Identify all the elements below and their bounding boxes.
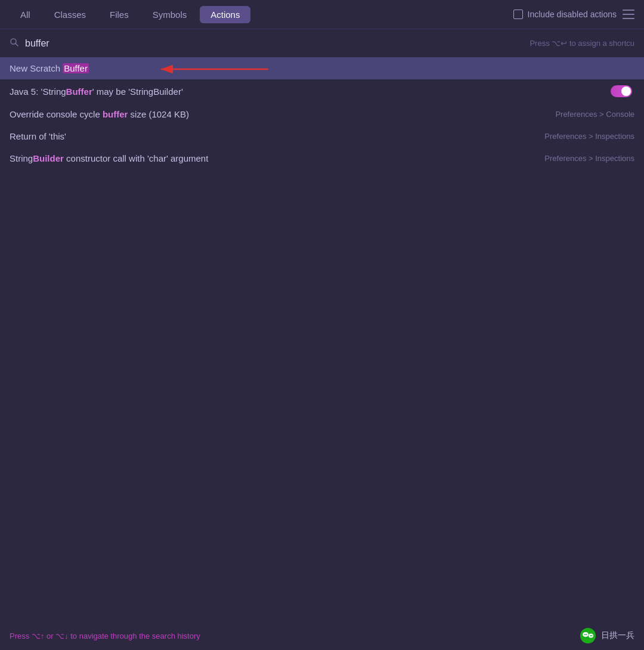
tab-files[interactable]: Files [99, 6, 140, 23]
wechat-icon [580, 627, 596, 644]
search-input[interactable] [25, 38, 530, 49]
svg-point-8 [586, 634, 587, 635]
result-item-4[interactable]: Return of 'this' Preferences > Inspectio… [0, 125, 644, 147]
search-icon [10, 38, 19, 49]
result-item-2[interactable]: Java 5: 'StringBuffer' may be 'StringBui… [0, 79, 644, 103]
tab-classes[interactable]: Classes [44, 6, 97, 23]
include-disabled-text: Include disabled actions [528, 10, 617, 19]
results-list: New Scratch Buffer Java 5: 'StringBuffer… [0, 57, 644, 169]
empty-area [0, 169, 644, 626]
tab-actions[interactable]: Actions [200, 6, 250, 23]
toolbar-icon-line-2 [623, 14, 634, 15]
nav-hint: Press ⌥↑ or ⌥↓ to navigate through the s… [10, 632, 200, 640]
svg-point-7 [584, 634, 586, 635]
include-disabled-label[interactable]: Include disabled actions [513, 10, 617, 19]
bottom-bar: Press ⌥↑ or ⌥↓ to navigate through the s… [0, 621, 644, 650]
svg-line-1 [16, 44, 18, 46]
tab-symbols[interactable]: Symbols [142, 6, 198, 23]
svg-point-9 [590, 635, 592, 636]
watermark: 日拱一兵 [580, 627, 634, 644]
tabs-bar: All Classes Files Symbols Actions Includ… [0, 0, 644, 29]
result-match-3: buffer [103, 109, 128, 119]
tab-all[interactable]: All [10, 6, 41, 23]
result-item-5[interactable]: StringBuilder constructor call with 'cha… [0, 147, 644, 169]
result-label-1: New Scratch Buffer [10, 63, 634, 73]
svg-point-10 [592, 635, 593, 636]
result-match-2: Buffer [66, 86, 92, 97]
toolbar-icon-line-1 [623, 10, 634, 11]
shortcut-hint: Press ⌥↩ to assign a shortcu [530, 39, 634, 48]
result-match-5: Builder [33, 153, 64, 163]
tabs-right-controls: Include disabled actions [513, 10, 634, 19]
result-highlight-1: Buffer [63, 63, 89, 73]
result-meta-3: Preferences > Console [555, 110, 634, 119]
result-label-5: StringBuilder constructor call with 'cha… [10, 153, 544, 163]
include-disabled-checkbox[interactable] [513, 10, 523, 19]
result-item-1[interactable]: New Scratch Buffer [0, 57, 644, 79]
result-label-4: Return of 'this' [10, 131, 544, 141]
watermark-text: 日拱一兵 [601, 630, 634, 641]
toolbar-layout-icon[interactable] [623, 10, 634, 19]
result-label-2: Java 5: 'StringBuffer' may be 'StringBui… [10, 86, 611, 97]
result-meta-5: Preferences > Inspections [544, 154, 634, 163]
result-label-3: Override console cycle buffer size (1024… [10, 109, 555, 119]
toggle-switch-2[interactable] [611, 85, 632, 97]
result-item-3[interactable]: Override console cycle buffer size (1024… [0, 103, 644, 125]
result-meta-4: Preferences > Inspections [544, 132, 634, 141]
search-bar: Press ⌥↩ to assign a shortcu [0, 29, 644, 57]
toolbar-icon-line-3 [623, 18, 634, 19]
